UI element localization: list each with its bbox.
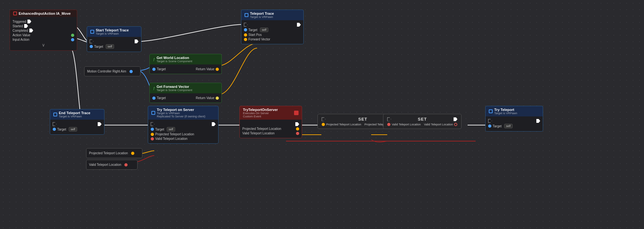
get-forward-return-pin <box>216 97 219 100</box>
motion-controller-pin <box>130 70 133 73</box>
input-action-pin <box>71 38 74 41</box>
try-teleport-exec-out <box>536 119 540 123</box>
get-forward-target-pin <box>152 97 156 100</box>
teleport-trace-exec-row <box>244 23 301 27</box>
more-row: ∨ <box>13 42 74 47</box>
try-teleport-subtitle: Target is VRPawn <box>494 112 517 115</box>
try-teleport-server-target-pin <box>151 128 154 131</box>
end-teleport-target-pin <box>53 128 56 131</box>
set-valid-exec-out <box>453 117 457 121</box>
try-teleport-server-projected-pin <box>151 133 154 136</box>
try-teleport-server-subtitle2: Replicated To Server (if owning client) <box>157 115 205 118</box>
try-teleport-server-exec-row <box>151 122 216 126</box>
started-pin-row: Started <box>13 24 74 28</box>
try-teleport-event-subtitle: Executes On Server <box>243 112 278 115</box>
try-teleport-server-valid-label: Valid Teleport Location <box>155 137 187 140</box>
try-teleport-exec-in <box>488 119 492 123</box>
try-teleport-server-exec-out <box>212 122 216 126</box>
teleport-trace-title: Teleport Trace <box>250 12 274 15</box>
start-teleport-target-row: Target self <box>90 44 139 49</box>
motion-controller-row: Motion Controller Right Aim <box>87 70 138 73</box>
action-value-label: Action Value <box>13 33 30 37</box>
try-teleport-event-exec-out <box>295 122 299 126</box>
try-teleport-title: Try Teleport <box>494 108 517 112</box>
try-teleport-event-title: TryTeleportOnServer <box>243 108 278 112</box>
valid-location-var-pin <box>124 163 128 166</box>
try-teleport-server-valid-pin <box>151 137 154 140</box>
get-forward-subtitle: Target is Scene Component <box>157 89 192 92</box>
teleport-trace-target-row: Target self <box>244 28 301 32</box>
completed-label: Completed <box>13 29 28 32</box>
event-marker <box>294 111 299 115</box>
projected-location-var-row: Projected Teleport Location <box>89 151 139 155</box>
triggered-pin-row: Triggered <box>13 20 74 23</box>
action-value-pin-row: Action Value <box>13 33 74 37</box>
valid-location-var-row: Valid Teleport Location <box>89 163 135 166</box>
start-teleport-title: Start Teleport Trace <box>96 28 129 32</box>
try-teleport-server-node: Try Teleport on Server Target is VRPawn … <box>148 106 219 144</box>
set-valid-exec-in <box>387 117 391 121</box>
try-teleport-target-pin <box>488 124 491 128</box>
get-world-return-pin <box>216 68 219 71</box>
end-teleport-target-label: Target <box>57 128 66 131</box>
try-teleport-event-subtitle2: Custom Event <box>243 115 278 118</box>
start-teleport-exec-in <box>90 39 94 43</box>
teleport-trace-exec-out <box>297 23 301 27</box>
set-valid-node: SET Valid Teleport Location Valid Telepo… <box>383 114 461 129</box>
teleport-trace-startpos-label: Start Pos <box>248 33 262 37</box>
set-valid-pin-row: Valid Teleport Location Valid Teleport L… <box>387 123 457 126</box>
start-teleport-target-pin <box>90 45 93 48</box>
projected-location-var-node: Projected Teleport Location <box>86 148 142 158</box>
completed-pin-row: Completed <box>13 29 74 32</box>
end-teleport-exec-row <box>53 122 102 126</box>
projected-location-var-label: Projected Teleport Location <box>89 151 128 155</box>
start-teleport-exec-row <box>90 39 139 43</box>
completed-exec-pin <box>29 29 33 32</box>
try-teleport-self-box: self <box>504 124 513 128</box>
try-teleport-server-exec-in <box>151 122 155 126</box>
end-teleport-subtitle: Target is VRPawn <box>59 115 90 118</box>
try-teleport-event-projected-pin <box>296 127 299 131</box>
started-exec-pin <box>24 24 28 28</box>
set-valid-title: SET <box>418 117 427 122</box>
valid-location-var-label: Valid Teleport Location <box>89 163 121 166</box>
teleport-trace-self-box: self <box>260 28 268 32</box>
set-valid-out-label: Valid Teleport Location <box>424 123 453 126</box>
try-teleport-server-projected-row: Projected Teleport Location <box>151 132 216 136</box>
start-teleport-subtitle: Target is VRPawn <box>96 32 129 35</box>
triggered-exec-pin <box>27 20 31 23</box>
end-teleport-target-row: Target self <box>53 127 102 131</box>
projected-location-var-pin <box>131 152 134 155</box>
teleport-trace-startpos-row: Start Pos <box>244 33 301 37</box>
start-teleport-target-label: Target <box>94 45 103 48</box>
motion-controller-node: Motion Controller Right Aim <box>84 66 140 76</box>
get-world-target-label: Target <box>157 67 166 71</box>
try-teleport-server-title: Try Teleport on Server <box>157 108 205 112</box>
valid-location-var-node: Valid Teleport Location <box>86 160 138 170</box>
teleport-trace-forward-row: Forward Vector <box>244 38 301 41</box>
end-teleport-icon <box>53 113 57 116</box>
try-teleport-event-exec-row <box>242 122 299 126</box>
input-action-label: Input Action <box>13 38 29 41</box>
try-teleport-server-event-node: TryTeleportOnServer Executes On Server C… <box>239 106 302 138</box>
enhanced-input-icon <box>13 12 17 15</box>
try-teleport-event-projected-label: Projected Teleport Location <box>242 127 281 131</box>
expand-icon[interactable]: ∨ <box>42 42 45 47</box>
get-forward-icon: ƒ <box>153 86 155 90</box>
teleport-trace-forward-pin <box>244 38 247 41</box>
teleport-trace-startpos-pin <box>244 33 247 37</box>
teleport-trace-target-pin <box>244 28 247 31</box>
teleport-trace-forward-label: Forward Vector <box>248 38 270 41</box>
get-world-target-pin <box>152 68 156 71</box>
teleport-trace-icon <box>245 13 248 17</box>
try-teleport-event-valid-label: Valid Teleport Location <box>242 131 274 135</box>
try-teleport-server-target-row: Target self <box>151 127 216 131</box>
action-value-pin <box>71 34 74 37</box>
get-world-pins: Target Return Value <box>152 67 219 71</box>
end-teleport-trace-node: End Teleport Trace Target is VRPawn Targ… <box>50 109 104 135</box>
try-teleport-event-projected-row: Projected Teleport Location <box>242 127 299 131</box>
end-teleport-exec-in <box>53 122 57 126</box>
set-valid-in-pin <box>387 123 390 126</box>
set-projected-in-label: Projected Teleport Location <box>326 123 361 126</box>
try-teleport-event-valid-pin <box>296 132 299 135</box>
